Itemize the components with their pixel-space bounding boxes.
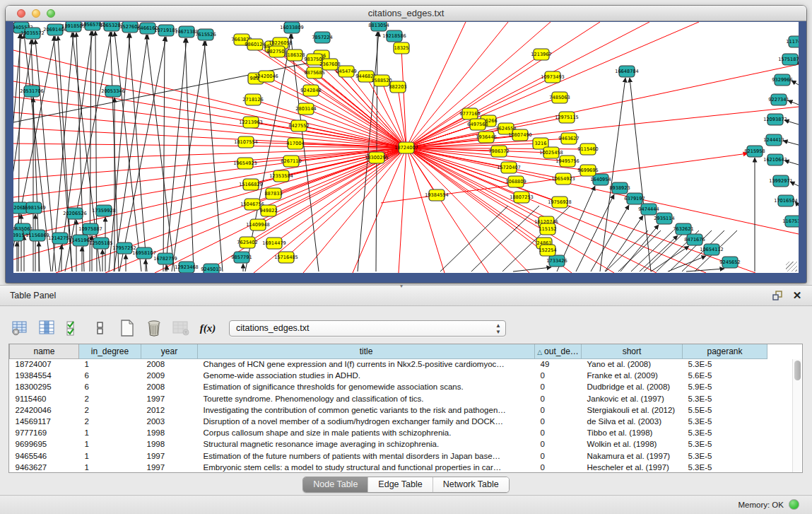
table-cell[interactable]: Yano et al. (2008) — [582, 358, 683, 370]
table-settings-icon[interactable] — [10, 318, 30, 338]
table-row[interactable]: 2242004622012Investigating the contribut… — [10, 404, 767, 416]
table-cell[interactable]: 9465546 — [10, 450, 79, 462]
table-cell[interactable]: 1998 — [141, 438, 198, 450]
citation-edge-black[interactable] — [114, 32, 141, 271]
table-cell[interactable]: 0 — [535, 438, 582, 450]
table-cell[interactable]: 5.3E-5 — [683, 358, 767, 370]
table-cell[interactable]: Investigating the contribution of common… — [198, 404, 535, 416]
table-cell[interactable]: 2009 — [141, 370, 198, 381]
select-rows-icon[interactable] — [64, 318, 83, 338]
table-cell[interactable]: 5.3E-5 — [683, 438, 767, 450]
tab-network-table[interactable]: Network Table — [433, 477, 509, 492]
citation-edge-red[interactable] — [406, 148, 546, 222]
table-cell[interactable]: 2 — [79, 416, 141, 427]
table-cell[interactable]: 22420046 — [10, 404, 79, 416]
table-cell[interactable]: Structural magnetic resonance image aver… — [198, 438, 535, 450]
table-cell[interactable]: 5.3E-5 — [683, 450, 767, 462]
table-row[interactable]: 946554611997Estimation of the future num… — [10, 450, 767, 462]
column-header-pagerank[interactable]: pagerank — [683, 344, 767, 358]
table-cell[interactable]: Embryonic stem cells: a model to study s… — [198, 462, 535, 473]
citation-edge-black[interactable] — [65, 32, 112, 271]
citation-edge-red[interactable] — [13, 148, 406, 217]
citation-edge-black[interactable] — [513, 267, 551, 271]
table-cell[interactable]: 0 — [535, 370, 582, 381]
table-cell[interactable]: 18300295 — [10, 381, 79, 392]
table-cell[interactable]: 9699695 — [10, 438, 79, 450]
table-cell[interactable]: 1 — [79, 358, 141, 370]
table-cell[interactable]: Estimation of significance thresholds fo… — [198, 381, 535, 392]
table-cell[interactable]: Tourette syndrome. Phenomenology and cla… — [198, 393, 535, 404]
citation-edge-black[interactable] — [172, 41, 206, 271]
table-row[interactable]: 1456911722003Disruption of a novel membe… — [10, 416, 767, 427]
table-cell[interactable]: 5.3E-5 — [683, 416, 767, 427]
tab-edge-table[interactable]: Edge Table — [367, 477, 432, 492]
table-cell[interactable]: de Silva et al. (2003) — [582, 416, 683, 427]
tab-node-table[interactable]: Node Table — [303, 477, 367, 492]
table-cell[interactable]: 1997 — [141, 450, 198, 462]
window-resize-grip[interactable] — [786, 262, 797, 271]
citation-edge-black[interactable] — [163, 37, 165, 271]
table-cell[interactable]: 5.5E-5 — [683, 404, 767, 416]
table-cell[interactable]: 5.3E-5 — [683, 462, 767, 473]
citation-edge-black[interactable] — [783, 141, 799, 145]
float-panel-icon[interactable] — [771, 289, 784, 302]
table-cell[interactable]: Wolkin et al. (1998) — [582, 438, 683, 450]
memory-status[interactable]: Memory: OK — [738, 499, 799, 510]
citation-edge-red[interactable] — [406, 148, 799, 234]
table-cell[interactable]: 6 — [79, 370, 141, 381]
table-scrollbar[interactable] — [792, 359, 801, 473]
citation-edge-red[interactable] — [406, 22, 699, 148]
table-cell[interactable]: Franke et al. (2009) — [582, 370, 683, 381]
table-cell[interactable]: 5.3E-5 — [683, 427, 767, 438]
table-cell[interactable]: 0 — [535, 462, 582, 473]
column-header-short[interactable]: short — [582, 344, 683, 358]
table-cell[interactable]: 6 — [79, 381, 141, 392]
table-cell[interactable]: 5.3E-5 — [683, 393, 767, 404]
row-options-icon[interactable] — [90, 318, 110, 338]
table-cell[interactable]: Nakamura et al. (1997) — [582, 450, 683, 462]
table-cell[interactable]: 2 — [79, 404, 141, 416]
close-panel-icon[interactable]: ✕ — [791, 289, 804, 302]
column-chooser-icon[interactable] — [37, 318, 57, 338]
table-row[interactable]: 1872400712008Changes of HCN gene express… — [10, 358, 767, 370]
table-cell[interactable]: 0 — [535, 404, 582, 416]
table-row[interactable]: 969969511998Structural magnetic resonanc… — [10, 438, 767, 450]
citation-edge-black[interactable] — [644, 230, 686, 271]
table-cell[interactable]: 2003 — [141, 416, 198, 427]
table-cell[interactable]: 2008 — [141, 358, 198, 370]
table-cell[interactable]: 1998 — [141, 427, 198, 438]
citation-edge-red[interactable] — [256, 78, 406, 148]
table-cell[interactable]: 1 — [79, 450, 141, 462]
table-cell[interactable]: Dudbridge et al. (2008) — [582, 381, 683, 392]
citation-edge-red[interactable] — [286, 148, 406, 257]
citation-edge-black[interactable] — [146, 35, 175, 271]
citation-edge-red[interactable] — [406, 114, 470, 148]
column-header-out_de[interactable]: △out_de… — [535, 344, 582, 358]
table-row[interactable]: 977716911998Corpus callosum shape and si… — [10, 427, 767, 438]
citation-edge-red[interactable] — [399, 148, 406, 273]
table-cell[interactable]: 2012 — [141, 404, 198, 416]
table-scrollbar-thumb[interactable] — [794, 361, 801, 380]
citation-edge-red[interactable] — [401, 48, 406, 148]
function-builder-icon[interactable]: f(x) — [198, 318, 218, 338]
column-header-in_degree[interactable]: in_degree — [79, 344, 141, 358]
table-cell[interactable]: Changes of HCN gene expression and I(f) … — [198, 358, 535, 370]
citation-edge-red[interactable] — [406, 22, 508, 148]
table-cell[interactable]: 5.6E-5 — [683, 370, 767, 381]
table-cell[interactable]: 1 — [79, 438, 141, 450]
table-cell[interactable]: 9115460 — [10, 393, 79, 404]
splitter-handle[interactable]: ▾ — [398, 284, 405, 288]
citation-edge-red[interactable] — [406, 64, 799, 148]
table-cell[interactable]: Jankovic et al. (1997) — [582, 393, 683, 404]
table-cell[interactable]: 0 — [535, 427, 582, 438]
citation-edge-red[interactable] — [406, 148, 657, 273]
citation-edge-black[interactable] — [204, 41, 223, 271]
table-cell[interactable]: Estimation of the future numbers of pati… — [198, 450, 535, 462]
table-cell[interactable]: 18724007 — [10, 358, 79, 370]
citation-edge-red[interactable] — [406, 148, 437, 195]
table-cell[interactable]: Tibbo et al. (1998) — [582, 427, 683, 438]
citation-edge-black[interactable] — [129, 33, 147, 271]
table-cell[interactable]: 1997 — [141, 393, 198, 404]
window-titlebar[interactable]: citations_edges.txt — [6, 6, 806, 21]
column-header-name[interactable]: name — [10, 344, 79, 358]
